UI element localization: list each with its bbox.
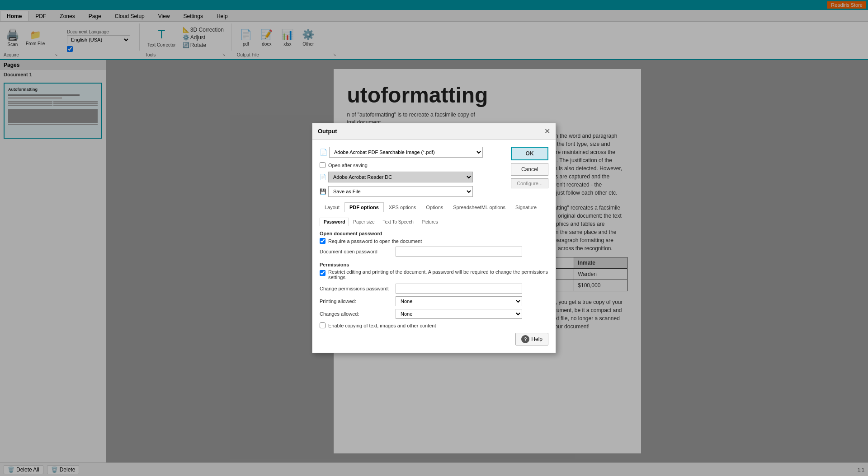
- changes-row: Changes allowed: None Inserting, deletin…: [320, 309, 548, 319]
- enable-copying-label: Enable copying of text, images and other…: [328, 323, 436, 328]
- subtab-password[interactable]: Password: [320, 218, 349, 226]
- tab-signature[interactable]: Signature: [510, 202, 542, 212]
- output-dialog: Output ✕ 📄 Adobe Acrobat PDF Searchable …: [312, 123, 556, 353]
- dialog-titlebar: Output ✕: [312, 123, 556, 140]
- permissions-section: Permissions Restrict editing and printin…: [320, 262, 548, 328]
- open-after-saving-checkbox[interactable]: [320, 162, 326, 168]
- doc-open-password-label: Document open password: [320, 249, 392, 254]
- tab-spreadsheetml[interactable]: SpreadsheetML options: [448, 202, 510, 212]
- changes-label: Changes allowed:: [320, 311, 392, 317]
- save-as-icon: 💾: [320, 188, 326, 195]
- enable-copying-checkbox[interactable]: [320, 322, 326, 328]
- require-password-label: Require a password to open the document: [328, 238, 422, 244]
- dialog-buttons: OK Cancel Configure...: [511, 147, 548, 188]
- change-permissions-label: Change permissions password:: [320, 286, 392, 291]
- help-icon: ?: [521, 335, 529, 343]
- tab-layout[interactable]: Layout: [320, 202, 344, 212]
- printing-label: Printing allowed:: [320, 299, 392, 304]
- open-after-saving-label: Open after saving: [328, 163, 368, 168]
- subtab-pictures[interactable]: Pictures: [418, 218, 442, 226]
- password-section: Open document password Require a passwor…: [320, 231, 548, 257]
- dialog-subtabs: Password Paper size Text To Speech Pictu…: [320, 218, 548, 226]
- format-dropdown[interactable]: Adobe Acrobat PDF Searchable Image (*.pd…: [329, 147, 483, 158]
- printing-dropdown[interactable]: None Low resolution High resolution: [396, 296, 522, 306]
- help-button[interactable]: ? Help: [515, 333, 548, 345]
- printing-row: Printing allowed: None Low resolution Hi…: [320, 296, 548, 306]
- dialog-title: Output: [318, 128, 337, 135]
- ok-button[interactable]: OK: [511, 147, 548, 160]
- dialog-overlay: Output ✕ 📄 Adobe Acrobat PDF Searchable …: [0, 0, 868, 476]
- tab-pdf-options[interactable]: PDF options: [344, 202, 384, 212]
- restrict-checkbox[interactable]: [320, 270, 326, 276]
- permissions-header: Permissions: [320, 262, 548, 267]
- require-password-checkbox[interactable]: [320, 238, 326, 244]
- save-as-dropdown[interactable]: Save as File: [328, 186, 473, 197]
- subtab-paper-size[interactable]: Paper size: [349, 218, 378, 226]
- change-permissions-input[interactable]: [396, 284, 522, 294]
- open-with-dropdown[interactable]: Adobe Acrobat Reader DC: [328, 172, 473, 182]
- pdf-format-icon: 📄: [320, 149, 327, 156]
- changes-dropdown[interactable]: None Inserting, deleting, and rotating p…: [396, 309, 522, 319]
- tab-xps-options[interactable]: XPS options: [384, 202, 421, 212]
- dialog-close-button[interactable]: ✕: [544, 127, 550, 135]
- help-label: Help: [531, 336, 542, 342]
- doc-open-password-input[interactable]: [396, 247, 522, 257]
- open-with-icon: 📄: [320, 174, 326, 180]
- subtab-text-to-speech[interactable]: Text To Speech: [379, 218, 418, 226]
- dialog-tabs: Layout PDF options XPS options Options S…: [320, 202, 548, 212]
- open-doc-password-header: Open document password: [320, 231, 548, 236]
- dialog-body: 📄 Adobe Acrobat PDF Searchable Image (*.…: [312, 140, 556, 353]
- format-section: 📄 Adobe Acrobat PDF Searchable Image (*.…: [320, 147, 505, 197]
- cancel-button[interactable]: Cancel: [511, 163, 548, 176]
- tab-options[interactable]: Options: [421, 202, 448, 212]
- help-row: ? Help: [320, 333, 548, 345]
- configure-button[interactable]: Configure...: [511, 178, 548, 188]
- restrict-label: Restrict editing and printing of the doc…: [328, 269, 548, 280]
